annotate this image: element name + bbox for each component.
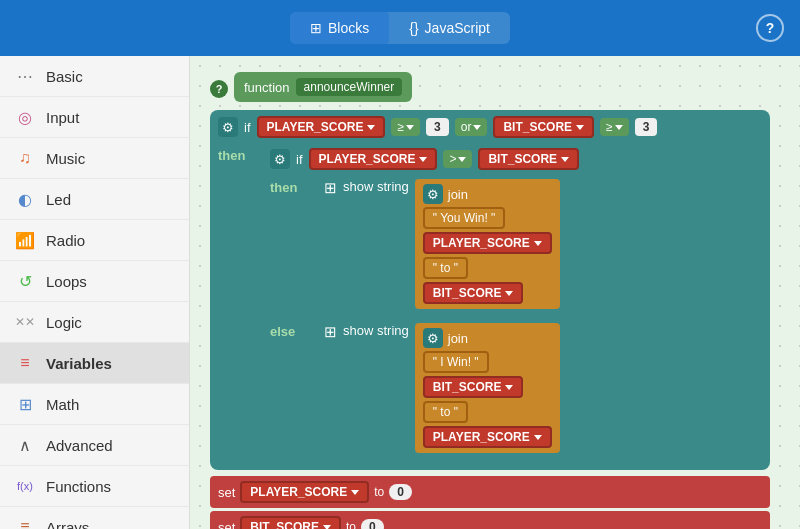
logic-icon: ✕✕	[14, 311, 36, 333]
sidebar-item-music[interactable]: ♫ Music	[0, 138, 189, 179]
player-score-pill-1[interactable]: PLAYER_SCORE	[257, 116, 386, 138]
sidebar-item-loops[interactable]: ↺ Loops	[0, 261, 189, 302]
sidebar-label-basic: Basic	[46, 68, 83, 85]
bit-score-pill-2[interactable]: BIT_SCORE	[478, 148, 579, 170]
bit-score-label-5: BIT_SCORE	[250, 520, 319, 529]
advanced-icon: ∧	[14, 434, 36, 456]
player-score-pill-2[interactable]: PLAYER_SCORE	[309, 148, 438, 170]
join-title-row-1: ⚙ join	[423, 184, 552, 204]
ps-arrow-4	[534, 435, 542, 440]
i-win-string[interactable]: " I Win! "	[423, 351, 489, 373]
player-score-label-1: PLAYER_SCORE	[267, 120, 364, 134]
function-keyword: function	[244, 80, 290, 95]
join-label-1: join	[448, 187, 468, 202]
gte-operator-1[interactable]: ≥	[391, 118, 420, 136]
sidebar-label-variables: Variables	[46, 355, 112, 372]
sidebar-label-math: Math	[46, 396, 79, 413]
sidebar-item-arrays[interactable]: ≡ Arrays	[0, 507, 189, 529]
join-box-you-win: ⚙ join " You Win! " PLAYE	[415, 179, 560, 309]
num-3-1[interactable]: 3	[426, 118, 449, 136]
set-label-2: set	[218, 520, 235, 530]
function-name-badge: announceWinner	[296, 78, 403, 96]
bottom-blocks: set PLAYER_SCORE to 0 set BIT_SCORE to	[210, 476, 770, 529]
gear-icon[interactable]: ⚙	[218, 117, 238, 137]
music-icon: ♫	[14, 147, 36, 169]
gte-label-2: ≥	[606, 120, 613, 134]
bit-score-pill-1[interactable]: BIT_SCORE	[493, 116, 594, 138]
sidebar-item-math[interactable]: ⊞ Math	[0, 384, 189, 425]
help-button[interactable]: ?	[756, 14, 784, 42]
player-score-pill-4[interactable]: PLAYER_SCORE	[423, 426, 552, 448]
sidebar-item-basic[interactable]: ⋯ Basic	[0, 56, 189, 97]
gt-label: >	[449, 152, 456, 166]
sidebar-item-variables[interactable]: ≡ Variables	[0, 343, 189, 384]
arrays-icon: ≡	[14, 516, 36, 529]
blocks-icon: ⊞	[310, 20, 322, 36]
show-string-row-1: ⊞ show string ⚙ join " You Win! "	[316, 174, 568, 314]
sidebar: ⋯ Basic ◎ Input ♫ Music ◐ Led 📶 Radio ↺ …	[0, 56, 190, 529]
if-header: ⚙ if PLAYER_SCORE ≥ 3 or	[218, 116, 762, 138]
player-score-pill-5[interactable]: PLAYER_SCORE	[240, 481, 369, 503]
join-row-you-win: " You Win! "	[423, 207, 552, 229]
bs-arrow-2	[561, 157, 569, 162]
gte-label-1: ≥	[397, 120, 404, 134]
ps-arrow-5	[351, 490, 359, 495]
to-string-1[interactable]: " to "	[423, 257, 468, 279]
show-string-label-1: show string	[343, 179, 409, 194]
sidebar-item-advanced[interactable]: ∧ Advanced	[0, 425, 189, 466]
sidebar-label-advanced: Advanced	[46, 437, 113, 454]
grid-icon-1: ⊞	[324, 179, 337, 197]
player-score-label-4: PLAYER_SCORE	[433, 430, 530, 444]
bs-arrow-5	[323, 525, 331, 530]
sidebar-label-loops: Loops	[46, 273, 87, 290]
to-keyword-2: to	[346, 520, 356, 529]
sidebar-item-functions[interactable]: f(x) Functions	[0, 466, 189, 507]
javascript-tab-label: JavaScript	[425, 20, 490, 36]
bit-score-label-1: BIT_SCORE	[503, 120, 572, 134]
bit-score-arrow-1	[576, 125, 584, 130]
num-3-2[interactable]: 3	[635, 118, 658, 136]
player-score-arrow-1	[367, 125, 375, 130]
help-label: ?	[766, 20, 775, 36]
gte-arrow-1	[406, 125, 414, 130]
function-help-badge[interactable]: ?	[210, 80, 228, 98]
join-gear-2[interactable]: ⚙	[423, 328, 443, 348]
or-pill[interactable]: or	[455, 118, 488, 136]
gt-arrow	[458, 157, 466, 162]
gte-operator-2[interactable]: ≥	[600, 118, 629, 136]
javascript-tab[interactable]: {} JavaScript	[389, 12, 510, 44]
blocks-canvas: ? function announceWinner ⚙ if PLAYER_SC…	[210, 72, 770, 529]
bit-score-pill-4[interactable]: BIT_SCORE	[423, 376, 524, 398]
player-score-pill-3[interactable]: PLAYER_SCORE	[423, 232, 552, 254]
sidebar-label-arrays: Arrays	[46, 519, 89, 530]
show-string-row-2: ⊞ show string ⚙ join " I Win! "	[316, 318, 568, 458]
inner-then-label: then	[270, 174, 308, 195]
player-score-label-5: PLAYER_SCORE	[250, 485, 347, 499]
you-win-string[interactable]: " You Win! "	[423, 207, 506, 229]
bit-score-pill-5[interactable]: BIT_SCORE	[240, 516, 341, 529]
show-string-label-2: show string	[343, 323, 409, 338]
if-keyword: if	[244, 120, 251, 135]
gt-operator[interactable]: >	[443, 150, 472, 168]
join-row-player-score-2: PLAYER_SCORE	[423, 426, 552, 448]
join-label-2: join	[448, 331, 468, 346]
bs-arrow-3	[505, 291, 513, 296]
led-icon: ◐	[14, 188, 36, 210]
sidebar-label-logic: Logic	[46, 314, 82, 331]
blocks-tab[interactable]: ⊞ Blocks	[290, 12, 389, 44]
sidebar-label-led: Led	[46, 191, 71, 208]
zero-val-2[interactable]: 0	[361, 519, 384, 529]
set-player-score-block: set PLAYER_SCORE to 0	[210, 476, 770, 508]
zero-val-1[interactable]: 0	[389, 484, 412, 500]
bit-score-pill-3[interactable]: BIT_SCORE	[423, 282, 524, 304]
join-gear-1[interactable]: ⚙	[423, 184, 443, 204]
sidebar-item-led[interactable]: ◐ Led	[0, 179, 189, 220]
sidebar-item-input[interactable]: ◎ Input	[0, 97, 189, 138]
join-row-to-1: " to "	[423, 257, 552, 279]
to-string-2[interactable]: " to "	[423, 401, 468, 423]
sidebar-item-radio[interactable]: 📶 Radio	[0, 220, 189, 261]
show-string-you-win: ⊞ show string ⚙ join " You Win! "	[316, 174, 568, 314]
sidebar-item-logic[interactable]: ✕✕ Logic	[0, 302, 189, 343]
inner-gear-icon[interactable]: ⚙	[270, 149, 290, 169]
workspace[interactable]: ? function announceWinner ⚙ if PLAYER_SC…	[190, 56, 800, 529]
